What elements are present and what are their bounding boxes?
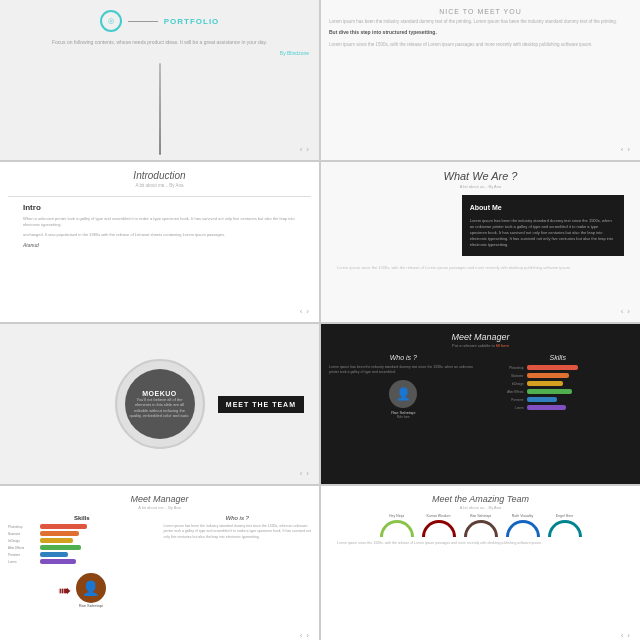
skill-label: Photoshop <box>484 366 524 370</box>
skill-bar <box>40 559 76 564</box>
mm-dark-avatar: 👤 Rae Sahetapi Role here <box>329 380 478 419</box>
mml-who-text: Lorem ipsum has been the industry standa… <box>164 524 312 540</box>
nice-next-arrow[interactable]: › <box>627 145 630 154</box>
slide-whatweare: What We Are ? A bit about us... By Ana A… <box>321 162 640 322</box>
mml-title: Meet Manager <box>8 494 311 504</box>
at-node-label: Hey Ninja <box>389 514 404 518</box>
skill-bar <box>527 389 572 394</box>
nice-body: Lorem ipsum has been the industry standa… <box>329 19 632 26</box>
mm-dark-avatar-circle: 👤 <box>389 380 417 408</box>
at-arc <box>422 520 456 537</box>
at-footer: Lorem ipsum since the 1500s, with the re… <box>337 541 624 546</box>
mm-dark-skills-list: Photoshop Illustrator InDesign After Eff… <box>484 365 633 410</box>
skill-label: Premiere <box>8 553 38 557</box>
mml-skills-list: Photoshop Illustrator InDesign After Eff… <box>8 524 156 564</box>
portfolio-image <box>159 63 161 155</box>
skill-bar-row: InDesign <box>8 538 156 543</box>
skill-bar-row: After Effects <box>8 545 156 550</box>
next-arrow[interactable]: › <box>306 145 309 154</box>
skill-label: After Effects <box>484 390 524 394</box>
portfolio-line-divider <box>128 21 158 22</box>
at-node: Hey Ninja <box>378 514 416 537</box>
mml-who-col: Who is ? Lorem ipsum has been the indust… <box>164 515 312 608</box>
portfolio-nav: ‹ › <box>300 145 309 154</box>
skill-label: Lorem <box>484 406 524 410</box>
at-node-label: Kumar Wisdum <box>427 514 451 518</box>
about-title: About Me <box>470 203 616 214</box>
skill-label: Premiere <box>484 398 524 402</box>
skill-bar-row: Photoshop <box>484 365 633 370</box>
portfolio-body: Focus on following contents, whose needs… <box>32 37 287 48</box>
intro-subtitle: A bit about me... By Ana <box>8 183 311 188</box>
portfolio-icon: ◎ <box>100 10 122 32</box>
intro-title: Introduction <box>8 170 311 181</box>
mml-avatar-img: 👤 <box>76 573 106 603</box>
mm-dark-who-title: Who is ? <box>329 354 478 361</box>
whatweare-prev-arrow[interactable]: ‹ <box>621 307 624 316</box>
mm-dark-avatar-role: Role here <box>397 415 410 419</box>
mml-next-arrow[interactable]: › <box>306 631 309 640</box>
skill-label: InDesign <box>484 382 524 386</box>
whatweare-title: What We Are ? <box>329 170 632 182</box>
skill-bar <box>40 538 73 543</box>
mml-avatar-name: Rae Sahetapi <box>79 603 103 608</box>
at-prev-arrow[interactable]: ‹ <box>621 631 624 640</box>
slide-meetteam: MOEKUO You'll not believe all of the ele… <box>0 324 319 484</box>
skill-bar-row: Photoshop <box>8 524 156 529</box>
slide-portfolio: ◎ PORTFOLIO Focus on following contents,… <box>0 0 319 160</box>
mml-who-title: Who is ? <box>164 515 312 521</box>
skill-bar-row: Lorem <box>8 559 156 564</box>
at-arc <box>506 520 540 537</box>
mm-dark-title: Meet Manager <box>329 332 632 342</box>
skill-bar <box>40 552 68 557</box>
mm-dark-who-col: Who is ? Lorem ipsum has been the indust… <box>329 354 478 419</box>
mm-dark-who-text: Lorem ipsum has been the industry standa… <box>329 365 478 376</box>
skill-bar <box>40 545 81 550</box>
at-next-arrow[interactable]: › <box>627 631 630 640</box>
at-node: Rae Sahetapi <box>462 514 500 537</box>
skill-bar-row: InDesign <box>484 381 633 386</box>
team-circle-outer: MOEKUO You'll not believe all of the ele… <box>115 359 205 449</box>
mml-arrow-icon: ➠ <box>58 581 71 600</box>
at-subtitle: A bit about us... By Ana <box>329 505 632 510</box>
slide-grid: ◎ PORTFOLIO Focus on following contents,… <box>0 0 640 640</box>
intro-prev-arrow[interactable]: ‹ <box>300 307 303 316</box>
skill-bar <box>40 531 79 536</box>
intro-body2: unchanged. It was popularised in the 196… <box>23 232 296 238</box>
skill-bar <box>527 365 578 370</box>
skill-bar <box>527 397 557 402</box>
whatweare-footer: Lorem ipsum since the 1500s, with the re… <box>337 265 624 271</box>
portfolio-author: By Blindzone <box>0 48 319 58</box>
mm-dark-subtitle: Put a relevant subtitle to fill here <box>329 343 632 348</box>
mml-nav: ‹ › <box>300 631 309 640</box>
nice-nav: ‹ › <box>621 145 630 154</box>
at-node-label: Ruth Visuality <box>512 514 533 518</box>
at-arc <box>548 520 582 537</box>
whatweare-next-arrow[interactable]: › <box>627 307 630 316</box>
slide-meetmanager-dark: Meet Manager Put a relevant subtitle to … <box>321 324 640 484</box>
intro-next-arrow[interactable]: › <box>306 307 309 316</box>
whatweare-subtitle: A bit about us... By Ana <box>329 184 632 189</box>
mml-prev-arrow[interactable]: ‹ <box>300 631 303 640</box>
slide-meetmanager-light: Meet Manager A bit about me... By Ana Sk… <box>0 486 319 640</box>
skill-bar-row: After Effects <box>484 389 633 394</box>
prev-arrow[interactable]: ‹ <box>300 145 303 154</box>
team-circle-title: MOEKUO <box>142 390 177 397</box>
slide-introduction: Introduction A bit about me... By Ana In… <box>0 162 319 322</box>
mml-skills-title: Skills <box>8 515 156 521</box>
portfolio-title: PORTFOLIO <box>164 17 220 26</box>
meetteam-next-arrow[interactable]: › <box>306 469 309 478</box>
skill-bar-row: Lorem <box>484 405 633 410</box>
at-nav: ‹ › <box>621 631 630 640</box>
skill-bar <box>527 373 569 378</box>
about-me-box: About Me Lorem ipsum has been the indust… <box>462 195 624 256</box>
skill-label: Illustrator <box>8 532 38 536</box>
at-arc <box>464 520 498 537</box>
intro-signature: Atanud <box>23 242 296 248</box>
skill-bar-row: Premiere <box>484 397 633 402</box>
nice-prev-arrow[interactable]: ‹ <box>621 145 624 154</box>
portfolio-image-bg <box>159 63 161 155</box>
about-body: Lorem ipsum has been the industry standa… <box>470 218 616 248</box>
meetteam-prev-arrow[interactable]: ‹ <box>300 469 303 478</box>
mm-dark-skills-col: Skills Photoshop Illustrator InDesign Af… <box>484 354 633 419</box>
